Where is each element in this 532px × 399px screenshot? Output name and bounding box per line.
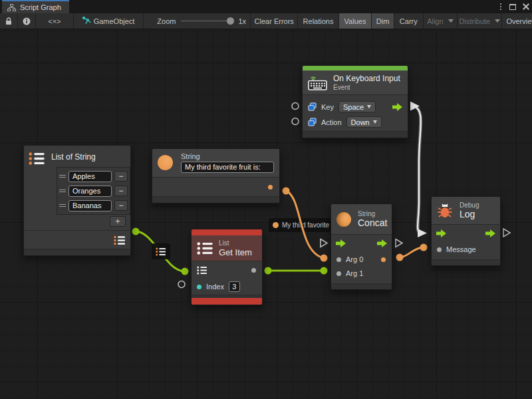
node-header: String Concat xyxy=(331,204,392,234)
string-value-field[interactable]: My third favorite fruit is: xyxy=(181,162,274,173)
inline-value-icon xyxy=(308,118,317,126)
flow-output-arrow-icon[interactable] xyxy=(485,229,495,237)
code-preview-button[interactable]: <×> xyxy=(36,13,74,29)
maximize-icon[interactable] xyxy=(509,4,516,10)
flow-input-port-log[interactable] xyxy=(418,229,427,237)
lock-icon xyxy=(5,17,12,25)
string-type-icon xyxy=(158,155,173,170)
gameobject-label: GameObject xyxy=(94,17,135,25)
getitem-item-output-port[interactable] xyxy=(265,267,272,275)
node-on-keyboard-input[interactable]: On Keyboard Input Event Key Space xyxy=(302,65,408,138)
keyboard-key-input-port[interactable] xyxy=(292,103,299,110)
list-color-bar xyxy=(192,229,262,235)
node-get-item[interactable]: List Get Item Index 3 xyxy=(191,229,263,305)
list-item-field[interactable]: Bananas xyxy=(68,200,112,211)
lock-button[interactable] xyxy=(0,13,18,29)
add-item-button[interactable]: + xyxy=(110,216,126,227)
distribute-dropdown[interactable]: Distribute xyxy=(458,13,502,29)
flow-output-arrow-icon[interactable] xyxy=(377,239,387,247)
log-message-input-port[interactable] xyxy=(420,244,428,251)
list-item-field[interactable]: Oranges xyxy=(68,186,112,197)
node-list-of-string[interactable]: List of String Apples − Oranges − xyxy=(23,145,131,256)
result-output-dot-icon[interactable] xyxy=(381,257,386,262)
tab-label: Script Graph xyxy=(20,3,61,11)
list-item-field[interactable]: Apples xyxy=(68,171,112,182)
inline-value-icon xyxy=(308,102,317,111)
node-debug-log[interactable]: Debug Log Message xyxy=(431,196,501,266)
zoom-slider-handle[interactable] xyxy=(227,17,234,25)
node-concat[interactable]: String Concat Arg 0 Arg 1 xyxy=(331,203,392,290)
list-items-editor: Apples − Oranges − Bananas − xyxy=(57,167,130,215)
list-output-icon[interactable] xyxy=(114,235,126,245)
node-title: Log xyxy=(460,209,479,219)
chevron-down-icon xyxy=(495,19,500,23)
list-port-icon[interactable] xyxy=(197,266,207,275)
arg1-port-dot-icon[interactable] xyxy=(336,271,341,276)
list-output-port[interactable] xyxy=(132,228,140,235)
inspect-button[interactable] xyxy=(18,13,36,29)
zoom-value: 1x xyxy=(238,17,246,25)
node-footer xyxy=(24,249,130,255)
code-icon: <×> xyxy=(48,17,61,25)
int-port-dot-icon[interactable] xyxy=(197,285,201,289)
node-header: List of String Apples − Oranges − xyxy=(24,146,130,230)
tab-script-graph[interactable]: Script Graph xyxy=(2,0,69,13)
zoom-label: Zoom xyxy=(157,17,176,25)
node-body xyxy=(152,177,279,196)
action-dropdown[interactable]: Down xyxy=(346,116,382,128)
chevron-down-icon xyxy=(373,120,377,124)
getitem-index-input-port[interactable] xyxy=(178,281,185,288)
log-flow-output-port[interactable] xyxy=(503,229,510,237)
flow-input-arrow-icon[interactable] xyxy=(436,229,446,237)
flow-output-arrow-icon[interactable] xyxy=(392,103,402,111)
list-item-row: Oranges − xyxy=(59,184,128,198)
drag-handle-icon[interactable] xyxy=(59,190,66,192)
arg0-row: Arg 0 xyxy=(331,252,392,267)
concat-flow-input-port[interactable] xyxy=(321,239,327,247)
list-item-row: Bananas − xyxy=(59,198,128,213)
list-icon xyxy=(29,152,45,166)
align-dropdown[interactable]: Align xyxy=(424,13,458,29)
node-header: List Get Item xyxy=(192,235,262,261)
dim-toggle[interactable]: Dim xyxy=(372,13,394,29)
overview-button[interactable]: Overview xyxy=(502,13,532,29)
keyboard-action-input-port[interactable] xyxy=(292,118,299,125)
clear-errors-button[interactable]: Clear Errors xyxy=(251,13,298,29)
getitem-list-input-port[interactable] xyxy=(182,268,189,275)
values-toggle[interactable]: Values xyxy=(339,13,372,29)
zoom-control: Zoom 1x xyxy=(144,13,251,29)
relations-button[interactable]: Relations xyxy=(298,13,338,29)
key-port-row: Key Space xyxy=(303,99,408,114)
wire-concat-to-log[interactable] xyxy=(400,247,424,257)
concat-arg1-input-port[interactable] xyxy=(321,267,328,275)
remove-item-button[interactable]: − xyxy=(114,200,128,211)
node-footer xyxy=(303,131,408,138)
concat-flow-output-port[interactable] xyxy=(396,239,402,247)
message-port-dot-icon[interactable] xyxy=(437,247,442,252)
drag-handle-icon[interactable] xyxy=(59,175,66,178)
node-title: Concat xyxy=(358,218,387,228)
zoom-slider[interactable] xyxy=(181,21,233,21)
wire-keyboard-to-log-flow[interactable] xyxy=(414,106,421,233)
graph-canvas[interactable]: My third favorite fr... xyxy=(0,29,532,399)
key-dropdown[interactable]: Space xyxy=(338,101,376,112)
carry-toggle[interactable]: Carry xyxy=(394,13,424,29)
list-item-row: Apples − xyxy=(59,169,128,184)
item-output-dot-icon[interactable] xyxy=(251,268,256,273)
arg0-port-dot-icon[interactable] xyxy=(336,257,341,262)
flow-input-arrow-icon[interactable] xyxy=(336,239,346,247)
title-bar: Script Graph xyxy=(0,0,532,13)
string-type-icon xyxy=(336,212,351,227)
node-string-literal[interactable]: String My third favorite fruit is: xyxy=(152,148,280,203)
window-menu-icon[interactable] xyxy=(499,2,503,11)
index-label: Index xyxy=(206,283,224,291)
drag-handle-icon[interactable] xyxy=(59,204,66,207)
remove-item-button[interactable]: − xyxy=(114,171,128,182)
gameobject-target[interactable]: GameObject xyxy=(74,13,144,29)
index-field[interactable]: 3 xyxy=(229,281,240,292)
unity-script-graph-window: Script Graph <×> xyxy=(0,0,532,399)
remove-item-button[interactable]: − xyxy=(114,186,128,196)
close-icon[interactable] xyxy=(523,3,529,10)
string-output-dot-icon[interactable] xyxy=(268,185,273,190)
concat-result-output-port[interactable] xyxy=(396,254,404,261)
